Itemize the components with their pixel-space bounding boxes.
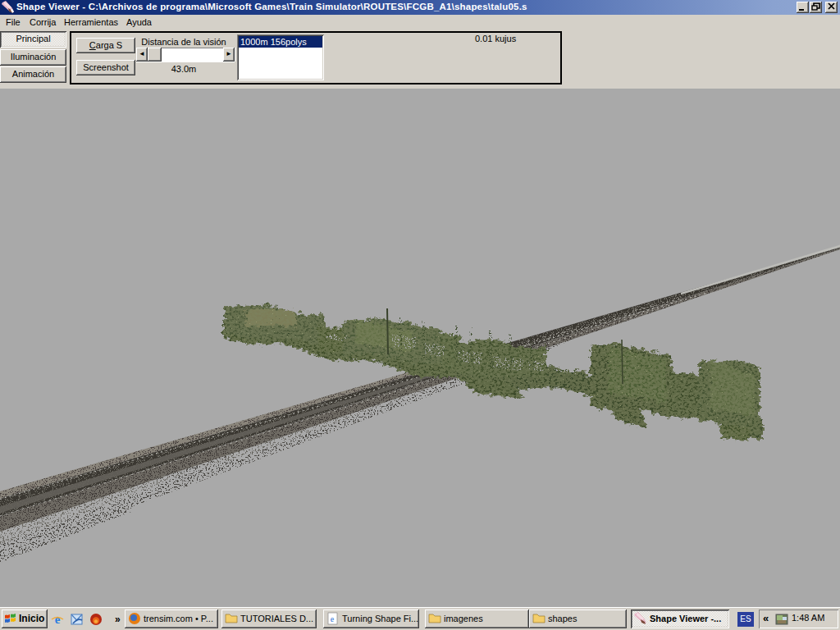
svg-text:e: e <box>331 614 335 623</box>
svg-text:e: e <box>55 613 61 626</box>
svg-text:»: » <box>115 614 121 625</box>
